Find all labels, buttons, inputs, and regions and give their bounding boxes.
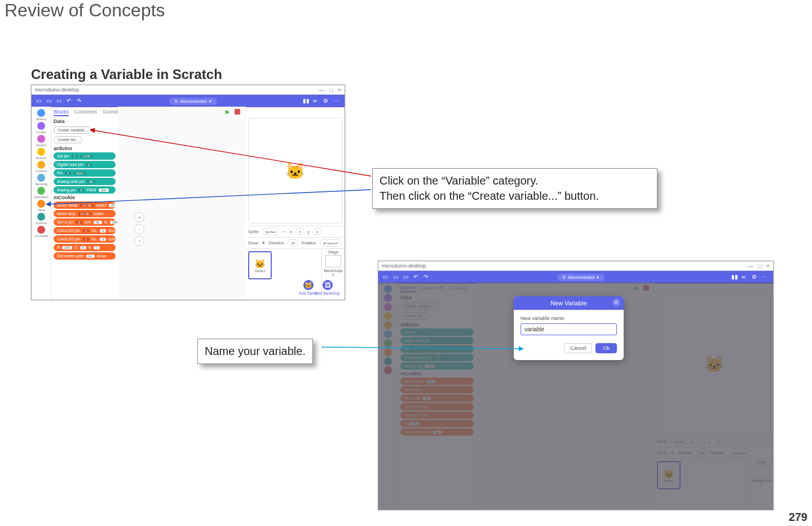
tab-sounds[interactable]: Sounds [103,109,118,116]
blk-label: ColorLED pin [57,229,81,233]
sprite-info-bar: Sprite Sprite1 ↔ x 0 y 0 [246,226,345,237]
close-icon[interactable]: × [338,86,341,93]
blk-arg: Input [73,172,85,175]
category-sound[interactable]: Sound [36,135,46,147]
infinity-icon[interactable]: ∞ [313,98,320,104]
category-operators[interactable]: Operators [34,187,49,199]
screenshot-scratch-main: microduino-desktop — □ × ▭ ▭ ▭ ↶ ↷ ⎘ dis… [31,85,345,300]
cat-label: Events [36,156,46,160]
connection-status[interactable]: ⎘ disconnected ▾ [557,274,604,281]
maximize-icon[interactable]: □ [758,262,762,269]
app-toolbar: ▭ ▭ ▭ ↶ ↷ ⎘ disconnected ▾ ▮▮ ∞ ⚙ ⋯ [32,95,345,107]
sprite-name-input[interactable]: Sprite1 [262,228,279,235]
blk-label: speed [96,203,107,207]
menu-icon[interactable]: ▭ [36,98,43,104]
blk-label: Servo pin [57,220,74,224]
blk-label: show [97,254,106,258]
category-control[interactable]: Control [36,161,46,173]
block-analog-read[interactable]: Analog read pinA0 [54,178,116,185]
block-rgb[interactable]: R255G0B0 [54,244,116,251]
block-pin-mode[interactable]: Pin2Input [54,169,116,177]
cancel-button[interactable]: Cancel [564,343,592,353]
folder-icon[interactable]: ▭ [46,98,53,104]
add-backdrop-button[interactable]: 🖼Add Backdrop [315,280,340,295]
maximize-icon[interactable]: □ [329,86,333,93]
block-colorled2[interactable]: ColorLED pin2No.0color [54,235,116,243]
blk-label: R [57,246,60,249]
gear-icon[interactable]: ⚙ [323,98,330,104]
zoom-in-button[interactable]: ＋ [134,212,144,222]
sprite-item-label: Sprite1 [254,269,265,273]
block-digital-read[interactable]: Digital read pin2 [54,161,116,168]
callout-name-variable: Name your variable. [197,339,313,364]
screenshot-scratch-modal: microduino-desktop — □ × ▭ ▭ ▭ ↶ ↷ ⎘ dis… [378,261,774,510]
zoom-reset-button[interactable]: ＝ [134,236,144,246]
redo-icon[interactable]: ↷ [77,98,83,104]
category-sensing[interactable]: Sensing [35,174,47,186]
control-icon [37,161,45,169]
save-icon[interactable]: ▭ [56,98,63,104]
zoom-controls: ＋ － ＝ [134,212,144,246]
block-motor-stop[interactable]: Motor stop1A 1Bbrake [54,210,116,217]
dir-input[interactable]: 90 [288,239,298,247]
undo-icon[interactable]: ↶ [413,274,420,280]
infinity-icon[interactable]: ∞ [742,274,748,280]
gear-icon[interactable]: ⚙ [752,274,758,280]
category-events[interactable]: Events [36,148,46,160]
block-motor-setup[interactable]: Motor setup1A 1Bspeed20 [54,201,116,209]
category-motion[interactable]: Motion [36,109,46,121]
modal-close-button[interactable]: ✕ [612,299,620,306]
green-flag-icon[interactable]: ⚑ [224,109,230,117]
blk-arg: 0 [100,229,106,233]
create-variable-button[interactable]: Create variable... [54,126,91,134]
sprite-item[interactable]: 🐱 Sprite1 [248,251,272,279]
ok-button[interactable]: Ok [595,343,617,353]
x-input[interactable]: 0 [295,228,304,235]
block-servo[interactable]: Servo pin2turn50to100 [54,218,116,226]
category-arduino[interactable]: Arduino [36,213,47,225]
stop-icon[interactable] [235,109,240,115]
undo-icon[interactable]: ↶ [67,98,73,104]
connection-status[interactable]: ⎘ disconnected ▾ [169,98,217,105]
modal-header: New Variable ✕ [514,296,624,310]
block-set-pin[interactable]: Set pin2LOW [54,152,116,160]
menu-icon[interactable]: ▭ [383,274,390,280]
data-icon [37,200,45,208]
save-icon[interactable]: ▭ [403,274,410,280]
create-list-button[interactable]: Create list... [54,136,82,143]
toggle-icon[interactable]: ▮▮ [731,274,738,280]
close-icon[interactable]: × [766,262,770,269]
block-colorled1[interactable]: ColorLED pin2No.0from [54,227,116,234]
tab-costumes[interactable]: Costumes [74,109,98,116]
rot-label: Rotation [302,241,316,245]
blk-label: Analog read pin [57,179,85,183]
y-input[interactable]: 0 [313,228,321,235]
category-column: Motion Looks Sound Events Control Sensin… [32,107,51,300]
cat-sprite-icon: 🐱 [285,161,305,180]
redo-icon[interactable]: ↷ [423,274,430,280]
folder-icon[interactable]: ▭ [393,274,400,280]
stage-thumb[interactable] [325,255,341,268]
blk-label: G [74,246,77,249]
tab-blocks[interactable]: Blocks [54,109,69,116]
toggle-icon[interactable]: ▮▮ [303,98,310,104]
zoom-out-button[interactable]: － [134,224,144,234]
eye-icon[interactable]: 👁 [262,241,266,245]
script-canvas[interactable]: ⚑ ＋ － ＝ [118,107,246,300]
blk-label: B [89,246,91,249]
minimize-icon[interactable]: — [747,262,753,269]
minimize-icon[interactable]: — [319,86,325,93]
rot-input[interactable]: all around [320,239,341,247]
category-data[interactable]: Data [37,200,45,212]
blk-arg: 255 [62,246,72,249]
help-icon[interactable]: ⋯ [762,274,769,280]
variable-name-input[interactable] [520,323,617,335]
window-controls: — □ × [747,262,770,269]
category-mcookie[interactable]: mCookie [34,226,48,238]
help-icon[interactable]: ⋯ [333,98,340,104]
right-column: 🐱 Sprite Sprite1 ↔ x 0 y 0 Show 👁 Direct… [246,107,345,300]
stage-label: Stage [328,250,338,254]
block-analog-pin[interactable]: Analog pin3PWM100 [54,186,116,194]
block-dotmatrix[interactable]: Dot matrix addr64show [54,252,116,260]
category-looks[interactable]: Looks [37,122,46,134]
